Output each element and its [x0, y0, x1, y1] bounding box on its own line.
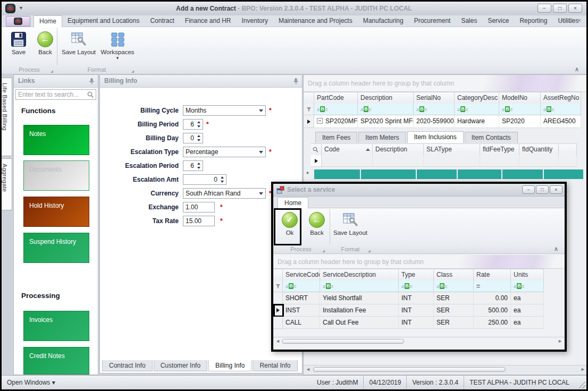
filter-cell[interactable]: aBc [358, 104, 414, 115]
column-header-serialno[interactable]: SerialNo [414, 92, 455, 104]
maximize-button[interactable]: □ [553, 4, 567, 13]
ribbon-collapse-chevron-icon[interactable]: ∧ [575, 66, 579, 73]
cell-description[interactable]: SP2020 Sprint MFC [358, 115, 414, 128]
column-header-type[interactable]: Type [399, 269, 434, 281]
cell-rate[interactable]: 250.00 [474, 317, 511, 329]
invoices-button[interactable]: Invoices [23, 311, 89, 341]
format-group-launcher-icon[interactable] [368, 250, 371, 252]
filter-cell[interactable]: aBc [314, 104, 358, 115]
dropdown-caret-icon[interactable] [257, 189, 265, 198]
spinner-arrows-icon[interactable] [196, 134, 202, 142]
filter-cell[interactable]: aBc [511, 280, 544, 292]
ribbon-tab-procurement[interactable]: Procurement [409, 15, 456, 27]
scroll-left-icon[interactable]: ◄ [275, 338, 280, 344]
filter-cell[interactable]: aBc [455, 104, 499, 115]
scrollbar-thumb[interactable] [282, 339, 404, 344]
new-row-cell[interactable] [417, 169, 457, 179]
column-header-units[interactable]: Units [511, 269, 544, 281]
service-row-short[interactable]: SHORT Yield Shortfall INT SER 0.00 ea [273, 292, 544, 304]
tab-customer-info[interactable]: Customer Info [154, 360, 207, 371]
cell-servicedescription[interactable]: Installation Fee [320, 304, 399, 317]
dialog-maximize-button[interactable]: □ [536, 185, 549, 194]
cell-empty[interactable] [519, 155, 559, 167]
column-header-class[interactable]: Class [434, 269, 474, 281]
cell-servicecode[interactable]: CALL [283, 317, 320, 329]
dialog-ribbon-collapse-chevron-icon[interactable]: ∧ [554, 245, 558, 252]
cell-servicedescription[interactable]: Call Out Fee [320, 317, 399, 329]
cell-empty[interactable] [373, 155, 424, 167]
dialog-close-button[interactable]: × [550, 185, 562, 194]
mdi-minimize-button[interactable]: − [560, 17, 563, 23]
exchange-input[interactable]: 1.00 [183, 202, 215, 212]
cell-units[interactable]: ea [511, 292, 544, 304]
spinner-arrows-icon[interactable] [196, 120, 202, 129]
scrollbar-thumb[interactable] [313, 367, 506, 372]
collapse-row-icon[interactable] [317, 118, 323, 124]
column-header-partcode[interactable]: PartCode [314, 92, 358, 104]
ribbon-tab-maintenance-and-projects[interactable]: Maintenance and Projects [273, 15, 358, 27]
ribbon-tab-sales[interactable]: Sales [456, 15, 482, 27]
minimize-button[interactable]: − [537, 4, 551, 13]
ribbon-tab-equipment-and-locations[interactable]: Equipment and Locations [62, 15, 145, 27]
application-menu-button[interactable] [6, 16, 30, 27]
pin-icon[interactable] [293, 78, 298, 84]
cell-categorydesc[interactable]: Hardware [455, 115, 499, 128]
credit-notes-button[interactable]: Credit Notes [23, 347, 89, 375]
process-group-launcher-icon[interactable] [51, 70, 53, 73]
new-item-row[interactable] [314, 169, 583, 179]
column-header-assetregno[interactable]: AssetRegNo [541, 92, 581, 104]
filter-cell[interactable]: aBc [283, 280, 320, 292]
cell-servicecode[interactable]: SHORT [283, 292, 320, 304]
resize-grip[interactable] [578, 381, 585, 388]
service-row-call[interactable]: CALL Call Out Fee INT SER 250.00 ea [273, 317, 544, 329]
dialog-tab-home[interactable]: Home [278, 197, 308, 208]
cell-units[interactable]: ea [511, 304, 544, 317]
tax-rate-input[interactable]: 15.00 [183, 216, 215, 226]
ribbon-tab-reporting[interactable]: Reporting [514, 15, 552, 27]
side-tab-aggregate[interactable]: Aggregate [2, 158, 12, 210]
items-grid-row[interactable]: SP2020MFC SP2020 Sprint MFC 2020-559900 … [304, 115, 581, 128]
suspend-history-button[interactable]: Suspend History [23, 233, 89, 263]
cell-empty[interactable] [322, 155, 373, 167]
filter-cell[interactable]: aBc [499, 104, 541, 115]
dialog-hscrollbar[interactable]: ◄ ► [273, 337, 565, 345]
tab-item-fees[interactable]: Item Fees [315, 132, 357, 143]
column-header-servicedescription[interactable]: ServiceDescription [320, 269, 399, 281]
tab-contract-info[interactable]: Contract Info [102, 360, 153, 371]
currency-dropdown[interactable]: South African Rand [183, 188, 266, 199]
cell-servicedescription[interactable]: Yield Shortfall [320, 292, 399, 304]
scroll-left-icon[interactable]: ◄ [306, 367, 310, 372]
tab-item-contacts[interactable]: Item Contacts [465, 132, 518, 143]
dialog-ok-button[interactable]: ✓ Ok [276, 210, 304, 244]
dialog-minimize-button[interactable]: − [522, 185, 535, 194]
cell-assetregno[interactable]: AREG4500 [541, 115, 581, 128]
open-windows-button[interactable]: Open Windows ▾ [7, 376, 55, 389]
dialog-group-by-bar[interactable]: Drag a column header here to group by th… [273, 255, 565, 269]
cell-empty[interactable] [480, 155, 519, 167]
cell-type[interactable]: INT [399, 304, 434, 317]
cell-empty[interactable] [424, 155, 480, 167]
cell-rate[interactable]: 500.00 [474, 304, 511, 317]
save-layout-button[interactable]: Save Layout [61, 29, 96, 63]
format-group-launcher-icon[interactable] [131, 70, 134, 73]
ribbon-tab-manufacturing[interactable]: Manufacturing [358, 15, 409, 27]
filter-cell-equals[interactable]: = [474, 280, 511, 292]
ribbon-tab-inventory[interactable]: Inventory [237, 15, 273, 27]
new-row-cell[interactable] [544, 169, 583, 179]
group-by-bar[interactable]: Drag a column header here to group by th… [304, 75, 587, 92]
process-group-launcher-icon[interactable] [322, 250, 325, 252]
filter-cell[interactable]: aBc [541, 104, 581, 115]
column-header-rate[interactable]: Rate [474, 269, 511, 281]
new-row-cell[interactable] [314, 169, 360, 179]
billing-cycle-dropdown[interactable]: Months [183, 105, 266, 116]
documents-button[interactable]: Documents [23, 160, 89, 191]
save-button[interactable]: Save [5, 29, 32, 63]
dialog-back-button[interactable]: ← Back [303, 210, 331, 244]
escalation-type-dropdown[interactable]: Percentage [183, 147, 266, 157]
tab-billing-info[interactable]: Billing Info [208, 360, 251, 371]
cell-partcode[interactable]: SP2020MFC [314, 115, 358, 128]
pin-icon[interactable] [89, 78, 94, 84]
filter-cell[interactable]: aBc [399, 280, 434, 292]
tab-rental-info[interactable]: Rental Info [253, 360, 297, 371]
column-header-servicecode[interactable]: ServiceCode [283, 269, 320, 281]
